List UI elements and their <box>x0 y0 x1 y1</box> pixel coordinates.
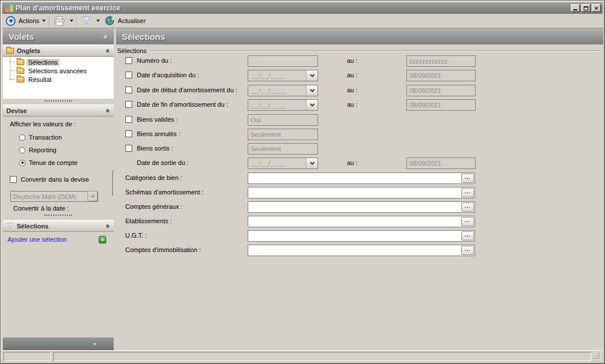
radio-reporting[interactable]: Reporting <box>19 147 57 153</box>
print-dropdown-icon[interactable] <box>70 20 73 22</box>
tree-item-selections-avancees[interactable]: Sélections avancées <box>3 66 114 75</box>
folder-icon <box>17 77 24 82</box>
chevron-down-icon[interactable] <box>306 85 318 96</box>
collapse-section-icon[interactable]: « <box>104 224 113 228</box>
add-selection-link[interactable]: Ajouter une sélection <box>8 236 67 243</box>
vertical-resize-handle[interactable] <box>112 171 114 195</box>
numero-au-input[interactable]: zzzzzzzzzzzz <box>406 55 476 67</box>
section-onglets-header[interactable]: Onglets « <box>3 44 114 57</box>
date-fin-au-input[interactable]: 08/09/2021 <box>406 99 476 111</box>
date-sortie-combo[interactable]: __/__/____ <box>248 157 318 169</box>
biens-valides-input[interactable]: Oui <box>248 114 318 126</box>
print-icon[interactable] <box>54 16 65 26</box>
row-checkbox[interactable] <box>125 116 132 123</box>
actions-dropdown-icon[interactable] <box>42 20 46 22</box>
row-checkbox[interactable] <box>125 87 132 93</box>
minimize-button[interactable] <box>571 4 580 12</box>
date-fin-combo[interactable]: __/__/____ <box>248 99 318 111</box>
date-acquisition-au-input[interactable]: 08/09/2021 <box>406 70 476 81</box>
section-onglets-label: Onglets <box>17 47 103 54</box>
tree-item-selections[interactable]: Sélections <box>3 58 114 66</box>
collapsed-panel-bar[interactable] <box>3 337 114 351</box>
folder-icon <box>17 68 24 74</box>
collapse-sidebar-icon[interactable]: « <box>103 32 108 41</box>
form-row-date-fin: Date de fin d'amortissement du : __/__/_… <box>116 99 603 111</box>
filter-icon <box>6 223 14 230</box>
radio-label: Tenue de compte <box>29 159 77 166</box>
schemas-input[interactable]: ... <box>248 187 475 198</box>
status-cell-main <box>53 352 591 361</box>
radio-transaction[interactable]: Transaction <box>19 134 62 141</box>
row-label: Date de début d'amortissement du : <box>137 87 237 93</box>
chevron-down-icon[interactable] <box>306 70 318 81</box>
categories-input[interactable]: ... <box>248 172 475 184</box>
browse-button[interactable]: ... <box>461 202 474 212</box>
collapse-section-icon[interactable]: « <box>104 108 113 112</box>
form-row-schemas: Schémas d'amortissement : ... <box>116 187 603 198</box>
actions-icon[interactable] <box>6 16 16 26</box>
form-row-date-acquisition: Date d'acquisition du : __/__/____ au : … <box>116 70 603 81</box>
browse-button[interactable]: ... <box>461 246 474 255</box>
convert-currency-checkbox[interactable]: Convertir dans la devise <box>10 176 89 183</box>
row-checkbox[interactable] <box>125 130 132 137</box>
browse-button[interactable]: ... <box>461 188 474 197</box>
row-label: Catégories de bien : <box>125 174 182 181</box>
radio-tenue-de-compte[interactable]: Tenue de compte <box>19 159 77 166</box>
chevron-down-icon[interactable] <box>88 192 98 201</box>
biens-annules-input[interactable]: Seulement <box>248 129 318 140</box>
radio-label: Reporting <box>29 147 57 153</box>
checkbox-label: Convertir dans la devise <box>21 176 89 183</box>
actions-button[interactable]: Actions <box>18 17 39 24</box>
row-checkbox[interactable] <box>125 101 132 108</box>
sidebar-volets: Volets « Onglets « Sélections Sélections… <box>3 28 114 351</box>
maximize-button[interactable] <box>581 4 591 12</box>
splitter-handle[interactable] <box>3 99 114 103</box>
tree-item-label: Résultat <box>27 76 53 83</box>
date-debut-au-input[interactable]: 08/09/2021 <box>406 85 476 96</box>
comptes-generaux-input[interactable]: ... <box>248 201 475 213</box>
add-selection-button[interactable]: + <box>99 236 106 243</box>
biens-sortis-input[interactable]: Seulement <box>248 143 318 155</box>
filter-dropdown-icon[interactable] <box>96 20 100 22</box>
title-bar: Plan d'amortissement exercice × <box>2 2 603 14</box>
date-sortie-au-input[interactable]: 08/09/2021 <box>406 157 476 169</box>
row-checkbox[interactable] <box>125 57 132 64</box>
tree-item-resultat[interactable]: Résultat <box>3 75 114 84</box>
window-title: Plan d'amortissement exercice <box>16 4 571 12</box>
row-label: Numéro du : <box>137 57 172 64</box>
form-row-date-debut: Date de début d'amortissement du : __/__… <box>116 85 603 96</box>
close-button[interactable]: × <box>592 4 601 12</box>
numero-du-input[interactable] <box>248 55 318 67</box>
browse-button[interactable]: ... <box>461 174 474 183</box>
chevron-down-icon[interactable] <box>306 100 318 110</box>
section-devise-label: Devise <box>6 107 103 114</box>
refresh-button[interactable]: Actualiser <box>118 17 145 24</box>
filter-icon[interactable] <box>81 16 92 25</box>
date-placeholder: __/__/____ <box>251 102 286 108</box>
section-devise-header[interactable]: Devise « <box>3 104 114 117</box>
collapse-section-icon[interactable]: « <box>104 48 113 52</box>
section-selections-header[interactable]: Sélections « <box>3 220 114 232</box>
browse-button[interactable]: ... <box>461 217 474 226</box>
chevron-down-icon[interactable] <box>306 158 318 168</box>
application-window: Plan d'amortissement exercice × Actions <box>0 0 605 364</box>
afficher-valeurs-label: Afficher les valeurs de : <box>10 121 76 127</box>
etablissements-input[interactable]: ... <box>248 216 475 227</box>
splitter-handle[interactable] <box>3 213 114 217</box>
date-debut-combo[interactable]: __/__/____ <box>248 85 318 96</box>
ugt-input[interactable]: ... <box>248 230 475 242</box>
row-label: Date de sortie du : <box>137 159 189 166</box>
comptes-immobilisation-input[interactable]: ... <box>248 245 475 256</box>
browse-button[interactable]: ... <box>461 231 474 241</box>
date-acquisition-combo[interactable]: __/__/____ <box>248 70 318 81</box>
radio-icon <box>19 134 25 141</box>
currency-select[interactable]: Deutsche Mark (DEM) <box>10 191 98 202</box>
row-label: Date de fin d'amortissement du : <box>137 101 228 108</box>
sidebar-title: Volets <box>9 32 34 42</box>
refresh-icon[interactable] <box>104 16 115 26</box>
chevron-down-icon[interactable] <box>93 343 96 346</box>
row-checkbox[interactable] <box>125 145 132 152</box>
main-panel: Sélections Sélections Numéro du : au : z… <box>116 28 603 351</box>
row-checkbox[interactable] <box>125 72 132 78</box>
resize-grip[interactable] <box>594 353 601 360</box>
